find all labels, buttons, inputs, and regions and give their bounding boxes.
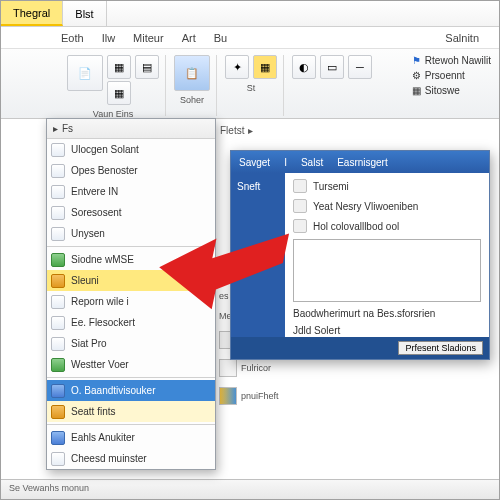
- menu-item[interactable]: Siat Pro: [47, 333, 215, 354]
- menu-item[interactable]: Ulocgen Solant: [47, 139, 215, 160]
- title-tab-active[interactable]: Thegral: [1, 1, 63, 26]
- doc-icon: [51, 206, 65, 220]
- menu-item[interactable]: Ee. Flesockert: [47, 312, 215, 333]
- menu-header: ▸Fs: [47, 119, 215, 139]
- dialog-footer: Prfesent Sladions: [231, 337, 489, 359]
- dialog-tab[interactable]: Easrnisgert: [337, 157, 388, 168]
- menu-item[interactable]: Soresosent: [47, 202, 215, 223]
- dialog-text: Baodwherimurt na Bes.sforsrien: [293, 308, 435, 319]
- breadcrumb[interactable]: ▸ Fletst ▸: [211, 125, 253, 136]
- ic-orange-icon: [51, 274, 65, 288]
- list-item[interactable]: Fulricor: [219, 359, 289, 377]
- title-tab-bar: Thegral Blst: [1, 1, 499, 27]
- ribbon-right-item[interactable]: ▦Sitoswe: [412, 85, 491, 96]
- doc-icon: [51, 164, 65, 178]
- menu-item-label: O. Baandtivisouker: [71, 385, 156, 396]
- menu-item[interactable]: Westter Voer: [47, 354, 215, 375]
- ic-blue-icon: [51, 384, 65, 398]
- menu-item-label: Westter Voer: [71, 359, 129, 370]
- title-tab[interactable]: Blst: [63, 1, 106, 26]
- menu-item-label: Sleuni: [71, 275, 99, 286]
- menu-item[interactable]: Siodne wMSE: [47, 249, 215, 270]
- ribbon-button[interactable]: ▦: [107, 81, 131, 105]
- dialog-tab[interactable]: Salst: [301, 157, 323, 168]
- ribbon-button[interactable]: ▦: [107, 55, 131, 79]
- context-menu: ▸Fs Ulocgen SolantOpes BenosterEntvere I…: [46, 118, 216, 470]
- ribbon-paste-icon[interactable]: 📋: [174, 55, 210, 91]
- ribbon-group-label: St: [247, 83, 256, 93]
- dialog-titlebar[interactable]: Savget I Salst Easrnisgert: [231, 151, 489, 173]
- menu-item-label: Ulocgen Solant: [71, 144, 139, 155]
- dialog-text: Hol colovalllbod ool: [313, 221, 399, 232]
- menu-item-label: Seatt fints: [71, 406, 115, 417]
- item-icon: [293, 219, 307, 233]
- menu-bar: Eoth Ilw Miteur Art Bu Salnitn: [1, 27, 499, 49]
- dialog-tab[interactable]: Savget: [239, 157, 270, 168]
- dialog-text: Tursemi: [313, 181, 349, 192]
- doc-icon: [51, 227, 65, 241]
- ic-orange-icon: [51, 405, 65, 419]
- dialog-line: Yeat Nesry Vliwoeniben: [293, 199, 481, 213]
- ribbon-right-item[interactable]: ⚑Rtewoh Nawilit: [412, 55, 491, 66]
- menu-item[interactable]: Eoth: [61, 32, 84, 44]
- menu-item-label: Soresosent: [71, 207, 122, 218]
- menu-item-label: Unysen: [71, 228, 105, 239]
- ribbon-button[interactable]: ✦: [225, 55, 249, 79]
- menu-item[interactable]: Unysen: [47, 223, 215, 244]
- menu-item-label: Eahls Anukiter: [71, 432, 135, 443]
- ic-green-icon: [51, 253, 65, 267]
- ribbon-right-item[interactable]: ⚙Prsoennt: [412, 70, 491, 81]
- menu-item-label: Reporn wile i: [71, 296, 129, 307]
- menu-item[interactable]: Sleuni: [47, 270, 215, 291]
- list-item[interactable]: pnuiFheft: [219, 387, 289, 405]
- doc-icon: [51, 143, 65, 157]
- dialog-tab[interactable]: I: [284, 157, 287, 168]
- doc-icon: [51, 337, 65, 351]
- ribbon-toolbar: 📄 ▦ ▦ ▤ Vaun Eins 📋 Soher ✦ ▦ St ◐ ▭: [1, 49, 499, 119]
- dialog-input[interactable]: [293, 239, 481, 302]
- dialog-text: Jdld Solert: [293, 325, 340, 336]
- doc-icon: [51, 452, 65, 466]
- menu-item-label: Siodne wMSE: [71, 254, 134, 265]
- doc-icon: [51, 316, 65, 330]
- menu-item-label: Cheesd muinster: [71, 453, 147, 464]
- dialog-line: Jdld Solert: [293, 325, 481, 336]
- ribbon-button[interactable]: ─: [348, 55, 372, 79]
- menu-item-label: Siat Pro: [71, 338, 107, 349]
- menu-item[interactable]: Seatt fints: [47, 401, 215, 422]
- menu-item-label: Opes Benoster: [71, 165, 138, 176]
- dialog-footer-button[interactable]: Prfesent Sladions: [398, 341, 483, 355]
- ribbon-group-label: Soher: [180, 95, 204, 105]
- menu-item[interactable]: Ilw: [102, 32, 115, 44]
- chart-icon: [219, 387, 237, 405]
- menu-item[interactable]: O. Baandtivisouker: [47, 380, 215, 401]
- menu-item[interactable]: Opes Benoster: [47, 160, 215, 181]
- menu-item[interactable]: Art: [182, 32, 196, 44]
- dialog-text: Yeat Nesry Vliwoeniben: [313, 201, 418, 212]
- document-icon: [219, 359, 237, 377]
- menu-item[interactable]: Bu: [214, 32, 227, 44]
- ic-green-icon: [51, 358, 65, 372]
- menu-item[interactable]: Reporn wile i: [47, 291, 215, 312]
- ribbon-button[interactable]: ▦: [253, 55, 277, 79]
- menu-item-label: Ee. Flesockert: [71, 317, 135, 328]
- chevron-right-icon: ▸: [248, 125, 253, 136]
- ribbon-button[interactable]: ◐: [292, 55, 316, 79]
- menu-item[interactable]: Miteur: [133, 32, 164, 44]
- dialog-sidebar[interactable]: Sneft: [231, 173, 285, 359]
- dialog-content: TursemiYeat Nesry VliwoenibenHol coloval…: [285, 173, 489, 359]
- grid-icon: [51, 185, 65, 199]
- ribbon-page-icon[interactable]: 📄: [67, 55, 103, 91]
- menu-item[interactable]: Entvere IN: [47, 181, 215, 202]
- item-icon: [293, 199, 307, 213]
- menu-item[interactable]: Eahls Anukiter: [47, 427, 215, 448]
- dialog-line: Hol colovalllbod ool: [293, 219, 481, 233]
- dialog-line: Tursemi: [293, 179, 481, 193]
- menu-item[interactable]: Cheesd muinster: [47, 448, 215, 469]
- doc-icon: [51, 295, 65, 309]
- menu-item-label: Entvere IN: [71, 186, 118, 197]
- menu-item[interactable]: Salnitn: [445, 32, 479, 44]
- item-icon: [293, 179, 307, 193]
- ribbon-button[interactable]: ▭: [320, 55, 344, 79]
- ribbon-button[interactable]: ▤: [135, 55, 159, 79]
